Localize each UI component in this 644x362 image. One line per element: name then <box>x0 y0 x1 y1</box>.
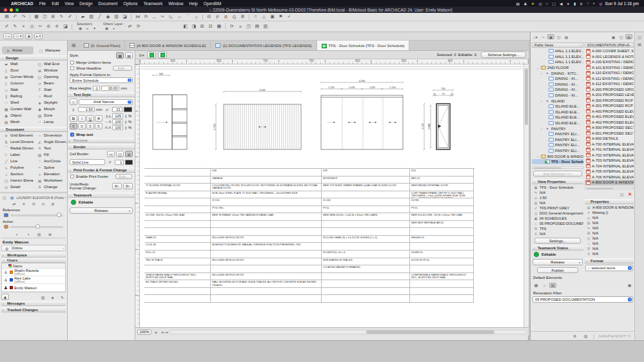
italic-button[interactable]: I <box>78 115 86 122</box>
explode-icon[interactable]: ✛ <box>53 23 61 30</box>
tab-3[interactable]: (1) DOCUMENTATION LEGENDS [TFS LEGENDS] <box>211 41 317 50</box>
align-left-button[interactable]: ≡ <box>70 123 77 129</box>
underline-button[interactable]: U <box>86 115 94 122</box>
layout-item[interactable]: A-301 PROPOSED RCP LI... <box>585 103 634 109</box>
layout-item[interactable]: A-600 DETAILS <box>585 136 634 142</box>
schedule-cell[interactable]: INTEGRATED IN TRACKS. <box>322 258 410 266</box>
settings-dropdown-icon[interactable]: ⚙ <box>239 14 247 21</box>
update-icon[interactable]: ⟳ <box>228 23 236 30</box>
inject-parameters-icon[interactable]: ✎ <box>11 23 19 30</box>
schedule-cell[interactable]: WORKSHOP <box>322 176 410 184</box>
schedule-cell[interactable]: BUSH BUTTON REMOTE, MANUAL OVERRIDE FUNC… <box>211 243 322 251</box>
layout-item[interactable]: A-110 EXISTING / DEMOL... <box>585 70 634 76</box>
row-height-input[interactable]: 20.00 <box>101 86 119 91</box>
tool-spline[interactable]: ≈Spline <box>34 164 67 171</box>
horizontal-ruler[interactable]: 600650700750800850900 <box>140 59 527 64</box>
layout-item[interactable]: A-706 INTERNAL ELEVAT... <box>585 175 634 180</box>
viewmap-header-select[interactable]: Public Views› <box>532 43 583 48</box>
volume-icon[interactable]: ◀ <box>560 1 563 6</box>
warning-icon[interactable]: ▲ <box>531 1 535 5</box>
viewmap-item[interactable]: ISLAND ELE... <box>532 104 583 110</box>
apply-format-select[interactable]: Entire Schedule⇕ <box>70 77 133 83</box>
drawing-area[interactable]: 9004,1002,3354,2901,1201,0251,0251,12075… <box>140 64 523 327</box>
tool-zone[interactable]: ▨Zone <box>34 112 67 119</box>
merge-uniform-row[interactable]: Merge Uniform Items <box>68 60 135 65</box>
viewmap-item[interactable]: HALL 1.1 ELEV... <box>532 54 583 60</box>
cut-icon[interactable]: ✂ <box>36 23 44 30</box>
tool-grid-element[interactable]: ✛Grid Element <box>0 132 34 138</box>
line-type-select[interactable]: Solid Line <box>70 159 105 165</box>
schedule-cell[interactable]: NEW TOP HUNG TIMBER FRAMED QUAD LEAF SLI… <box>322 184 410 191</box>
schedule-cell[interactable]: - <box>322 273 410 281</box>
layout-property[interactable]: ⊟N/A <box>585 246 634 251</box>
view-property[interactable]: ▭1:50 <box>532 195 583 200</box>
menu-design[interactable]: Design <box>79 1 92 6</box>
tool-angle-dimen[interactable]: ∠Angle Dimen... <box>34 138 67 145</box>
viewmap-item[interactable]: DINING - KI... <box>532 82 583 88</box>
tool-dimension[interactable]: ↔Dimension <box>34 132 67 138</box>
schedule-cell[interactable]: - <box>322 280 410 288</box>
tool-railing[interactable]: ∥Railing <box>0 93 34 99</box>
tool-lamp[interactable]: ☼Lamp <box>34 119 67 125</box>
border-inner-button[interactable]: ◫ <box>116 151 124 157</box>
menu-options[interactable]: Options <box>123 1 137 6</box>
schedule-cell[interactable]: INCLUDED WITH DOOR KIT. <box>211 236 322 243</box>
font-select[interactable]: Arial Narrow⇕ <box>79 99 133 105</box>
schedule-cell[interactable]: NEW SOLIDCORE, 720 W x 35mm THK LEAF. <box>410 213 474 221</box>
lock-others-icon[interactable]: ◒ <box>110 26 117 31</box>
find-select-icon[interactable]: ◎ <box>28 23 36 30</box>
schedule-cell[interactable]: INCLUDED WITH DOOR KIT. <box>211 273 322 281</box>
viewmap-item[interactable]: TFS - Door Schedu... <box>532 159 583 165</box>
tool-beam[interactable]: ▭Beam <box>34 80 67 86</box>
messages-section-header[interactable]: Messages <box>1 301 66 306</box>
view-property[interactable]: ⚲N/A <box>532 231 583 236</box>
schedule-cell[interactable]: DOOR STOP 02. <box>410 258 474 266</box>
user-row[interactable]: ♟Shalin Rautela(offline) <box>2 269 65 276</box>
layout-property[interactable]: ◫N/A <box>585 236 634 241</box>
schedule-cell[interactable] <box>144 265 211 273</box>
publisher-icon[interactable]: ▤ <box>563 34 570 39</box>
viewmap-item[interactable]: ISLAND ELE... <box>532 120 583 126</box>
reno-plan-icon[interactable]: ⊟ <box>206 23 215 30</box>
layouts-hscroll[interactable] <box>585 187 634 189</box>
tool-opening[interactable]: ◱Opening <box>34 73 67 80</box>
viewmap-item[interactable]: PANTRY ELI... <box>532 148 583 154</box>
trim-icon[interactable]: ✂ <box>159 14 167 21</box>
zoom-level-button[interactable]: 100% <box>137 329 151 335</box>
schedule-cell[interactable]: NEW HINGED INTERNAL DOOR. <box>410 184 474 191</box>
schedule-cell-empty[interactable] <box>211 295 322 303</box>
reference-intensity-slider[interactable] <box>10 214 63 216</box>
schedule-cell-empty[interactable] <box>322 295 410 303</box>
schedule-cell[interactable]: - <box>410 243 474 251</box>
fill-default-icon[interactable]: ▨ <box>87 14 95 21</box>
teamwork-section-header[interactable]: Teamwork <box>68 193 135 198</box>
layout-item[interactable]: A-111 EXISTING / DEMOL... <box>585 76 634 82</box>
viewmap-item[interactable]: PANTRY ELI... <box>532 142 583 148</box>
disclosure-arrow[interactable]: ⌄ <box>540 127 543 130</box>
horizontal-scrollbar[interactable] <box>170 330 527 334</box>
layout-property[interactable]: ▭N/A <box>585 215 634 220</box>
schedule-cell[interactable] <box>144 169 211 176</box>
strip-palette-icon[interactable]: ◫ <box>636 34 643 39</box>
display-icon[interactable]: ▢ <box>552 1 556 6</box>
pin-icon[interactable]: P <box>213 14 222 21</box>
tab-2[interactable]: [A-800 DOOR & WINDOW SCHEDULE] <box>125 41 211 50</box>
viewmap-item[interactable]: PANTRY ELI... <box>532 131 583 137</box>
print-footer-section-header[interactable]: Print Footer & Format Change <box>68 167 135 173</box>
tool-polyline[interactable]: ∿Polyline <box>0 164 34 171</box>
reference-view-name[interactable]: LAUNDRY ELEVATION B (Public Vie... <box>16 196 66 200</box>
layout-item[interactable]: A-501 PROPOSED SECTI... <box>585 131 634 137</box>
view-property[interactable]: ⊟TFS <box>532 226 583 231</box>
leading-stepper[interactable]: ⇕ <box>124 113 128 119</box>
schedule-options-icon[interactable]: ⚙▾ <box>138 52 145 57</box>
layout-item[interactable]: A-703 INTERNAL ELEVAT... <box>585 158 634 164</box>
schedule-cell[interactable]: PY10 TBC. <box>211 206 322 214</box>
view-property[interactable]: ✎N/A <box>532 190 583 195</box>
control-center-icon[interactable]: ◐ <box>593 1 596 5</box>
schedule-cell[interactable]: LEVER 01. <box>410 251 474 258</box>
menu-view[interactable]: View <box>64 1 73 6</box>
save-icon[interactable]: ▤ <box>3 14 11 21</box>
renovation-icon[interactable]: R <box>222 14 230 21</box>
layout-item[interactable]: A-201 PROPOSED LEVEL... <box>585 92 634 98</box>
viewmap-item[interactable]: DINING - KI... <box>532 93 583 99</box>
